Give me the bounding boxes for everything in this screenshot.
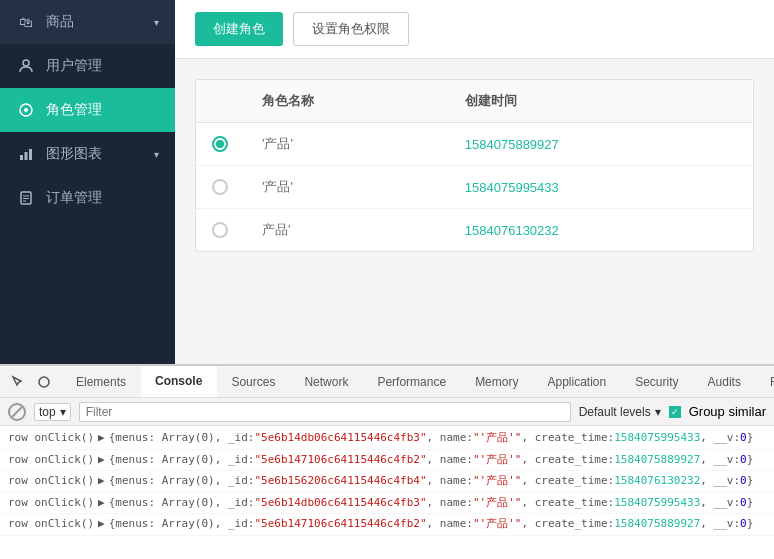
- create-role-button[interactable]: 创建角色: [195, 12, 283, 46]
- chart-icon: [16, 144, 36, 164]
- group-similar-label: Group similar: [689, 404, 766, 419]
- default-levels-label: Default levels: [579, 405, 651, 419]
- svg-point-10: [39, 377, 49, 387]
- tab-security[interactable]: Security: [621, 366, 693, 397]
- timestamp-cell: 1584075889927: [449, 123, 753, 166]
- devtools-left-icons: [0, 370, 62, 394]
- sidebar-item-label: 角色管理: [46, 101, 102, 119]
- console-line: row onClick()▶{menus: Array(0), _id: "5e…: [0, 493, 774, 515]
- role-table: 角色名称 创建时间 '产品'1584075889927'产品'158407599…: [196, 80, 753, 251]
- context-selector[interactable]: top ▾: [34, 403, 71, 421]
- role-name-cell: '产品': [246, 166, 449, 209]
- svg-point-2: [24, 108, 28, 112]
- svg-rect-5: [29, 149, 32, 160]
- devtools-tab-bar: ElementsConsoleSourcesNetworkPerformance…: [0, 366, 774, 398]
- console-filter-input[interactable]: [79, 402, 571, 422]
- role-name-column-header: 角色名称: [246, 80, 449, 123]
- sidebar-item-user-mgmt[interactable]: 用户管理: [0, 44, 175, 88]
- sidebar-item-order-mgmt[interactable]: 订单管理: [0, 176, 175, 220]
- user-icon: [16, 56, 36, 76]
- svg-point-0: [23, 60, 29, 66]
- devtools-panel: ElementsConsoleSourcesNetworkPerformance…: [0, 364, 774, 559]
- order-icon: [16, 188, 36, 208]
- tab-react[interactable]: React: [756, 366, 774, 397]
- sidebar-item-label: 商品: [46, 13, 74, 31]
- sidebar-item-label: 用户管理: [46, 57, 102, 75]
- role-name-cell: '产品': [246, 123, 449, 166]
- tab-elements[interactable]: Elements: [62, 366, 141, 397]
- devtools-tabs-list: ElementsConsoleSourcesNetworkPerformance…: [62, 366, 774, 397]
- sidebar-item-label: 订单管理: [46, 189, 102, 207]
- table-row[interactable]: '产品'1584075889927: [196, 123, 753, 166]
- role-name-cell: 产品': [246, 209, 449, 252]
- clear-console-icon[interactable]: [8, 403, 26, 421]
- inspect-icon[interactable]: [6, 370, 30, 394]
- console-line: row onClick()▶{menus: Array(0), _id: "5e…: [0, 450, 774, 472]
- console-line: row onClick()▶{menus: Array(0), _id: "5e…: [0, 471, 774, 493]
- role-table-container: 角色名称 创建时间 '产品'1584075889927'产品'158407599…: [195, 79, 754, 252]
- chevron-down-icon: ▾: [154, 17, 159, 28]
- tab-memory[interactable]: Memory: [461, 366, 533, 397]
- sidebar: 🛍 商品 ▾ 用户管理 角色管理 图形图表 ▾ 订: [0, 0, 175, 364]
- timestamp-cell: 1584075995433: [449, 166, 753, 209]
- tab-performance[interactable]: Performance: [363, 366, 461, 397]
- tab-sources[interactable]: Sources: [217, 366, 290, 397]
- main-area: 🛍 商品 ▾ 用户管理 角色管理 图形图表 ▾ 订: [0, 0, 774, 364]
- radio-button[interactable]: [212, 136, 228, 152]
- console-output: row onClick()▶{menus: Array(0), _id: "5e…: [0, 426, 774, 559]
- console-line: row onClick()▶{menus: Array(0), _id: "5e…: [0, 514, 774, 536]
- sidebar-item-goods[interactable]: 🛍 商品 ▾: [0, 0, 175, 44]
- table-row[interactable]: '产品'1584075995433: [196, 166, 753, 209]
- group-similar-checkbox[interactable]: ✓: [669, 406, 681, 418]
- context-dropdown-arrow: ▾: [60, 405, 66, 419]
- circle-icon[interactable]: [32, 370, 56, 394]
- devtools-console-toolbar: top ▾ Default levels ▾ ✓ Group similar: [0, 398, 774, 426]
- sidebar-item-role-mgmt[interactable]: 角色管理: [0, 88, 175, 132]
- svg-rect-4: [25, 152, 28, 160]
- created-time-column-header: 创建时间: [449, 80, 753, 123]
- tab-network[interactable]: Network: [290, 366, 363, 397]
- timestamp-cell: 1584076130232: [449, 209, 753, 252]
- tab-audits[interactable]: Audits: [694, 366, 756, 397]
- role-icon: [16, 100, 36, 120]
- tab-application[interactable]: Application: [533, 366, 621, 397]
- content-area: 创建角色 设置角色权限 角色名称 创建时间 '产品'1584075889927'…: [175, 0, 774, 364]
- select-column-header: [196, 80, 246, 123]
- goods-icon: 🛍: [16, 12, 36, 32]
- radio-button[interactable]: [212, 179, 228, 195]
- sidebar-item-charts[interactable]: 图形图表 ▾: [0, 132, 175, 176]
- console-line: row onClick()▶{menus: Array(0), _id: "5e…: [0, 428, 774, 450]
- context-value: top: [39, 405, 56, 419]
- chevron-down-icon: ▾: [154, 149, 159, 160]
- toolbar: 创建角色 设置角色权限: [175, 0, 774, 59]
- table-row[interactable]: 产品'1584076130232: [196, 209, 753, 252]
- tab-console[interactable]: Console: [141, 366, 217, 397]
- default-levels-arrow: ▾: [655, 405, 661, 419]
- radio-button[interactable]: [212, 222, 228, 238]
- set-permissions-button[interactable]: 设置角色权限: [293, 12, 409, 46]
- svg-rect-3: [20, 155, 23, 160]
- sidebar-item-label: 图形图表: [46, 145, 102, 163]
- default-levels-selector[interactable]: Default levels ▾: [579, 405, 661, 419]
